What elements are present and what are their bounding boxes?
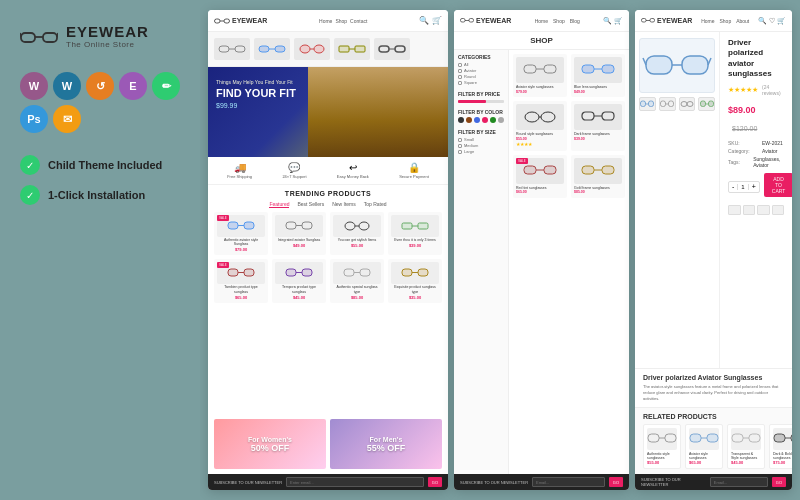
shop-product-3[interactable]: Round style sunglasses $55.00 ★★★★ bbox=[513, 101, 567, 151]
product-newsletter-input[interactable] bbox=[710, 477, 768, 487]
page-builder-icon: ✏ bbox=[152, 72, 180, 100]
cart-icon[interactable]: 🛒 bbox=[432, 16, 442, 25]
detail-nav-home[interactable]: Home bbox=[701, 18, 714, 24]
tab-toprated[interactable]: Top Rated bbox=[364, 201, 387, 208]
product-card-2[interactable]: Integrated aviator Sunglass $49.00 bbox=[272, 212, 326, 255]
category-thumb-3[interactable] bbox=[294, 38, 330, 60]
filter-size-m[interactable]: Medium bbox=[458, 143, 504, 148]
related-name-1: Authentic style sunglasses bbox=[647, 452, 677, 460]
shop-product-6[interactable]: Gold frame sunglasses $85.00 bbox=[571, 155, 625, 198]
hero-model-image bbox=[308, 67, 448, 157]
shop-product-4[interactable]: Dark frame sunglasses $39.00 bbox=[571, 101, 625, 151]
related-product-2[interactable]: Aviator style sunglasses $65.00 bbox=[685, 424, 723, 469]
category-thumb-2[interactable] bbox=[254, 38, 290, 60]
related-product-1[interactable]: Authentic style sunglasses $55.00 bbox=[643, 424, 681, 469]
color-black[interactable] bbox=[458, 117, 464, 123]
svg-line-74 bbox=[643, 58, 646, 65]
filter-cat-all[interactable]: All bbox=[458, 62, 504, 67]
detail-nav-about[interactable]: About bbox=[736, 18, 749, 24]
shop-product-1[interactable]: Aviator style sunglasses $79.00 bbox=[513, 54, 567, 97]
detail-nav-shop[interactable]: Shop bbox=[719, 18, 731, 24]
svg-point-15 bbox=[314, 45, 324, 53]
product-card-1[interactable]: SALE Authentic aviator style Sunglass $7… bbox=[214, 212, 268, 255]
color-brown[interactable] bbox=[466, 117, 472, 123]
product-detail-body: Driver polarized aviator sunglasses ★★★★… bbox=[635, 32, 792, 368]
quantity-minus[interactable]: - bbox=[729, 183, 737, 190]
product-thumb-detail-4[interactable] bbox=[698, 97, 715, 111]
tab-bestsellers[interactable]: Best Sellers bbox=[297, 201, 324, 208]
svg-rect-95 bbox=[749, 434, 760, 442]
product-tabs[interactable]: Featured Best Sellers New Items Top Rate… bbox=[214, 201, 442, 208]
tab-featured[interactable]: Featured bbox=[269, 201, 289, 208]
product-card-5[interactable]: SALE Tambien product type sunglass $65.0… bbox=[214, 259, 268, 302]
svg-rect-6 bbox=[224, 19, 230, 23]
product-newsletter-button[interactable]: GO bbox=[772, 477, 786, 487]
trending-title: TRENDING PRODUCTS bbox=[214, 190, 442, 197]
product-thumb-detail-3[interactable] bbox=[679, 97, 696, 111]
filter-size-l[interactable]: Large bbox=[458, 149, 504, 154]
related-img-4 bbox=[773, 428, 792, 450]
filter-cat-round[interactable]: Round bbox=[458, 74, 504, 79]
woocommerce-icon: W bbox=[20, 72, 48, 100]
shipping-label: Free Shipping bbox=[227, 174, 252, 179]
product-card-7[interactable]: Authentic special sunglass type $85.00 bbox=[330, 259, 384, 302]
product-card-3[interactable]: You can get stylish Items $55.00 bbox=[330, 212, 384, 255]
add-to-cart-button[interactable]: ADD TO CART bbox=[764, 173, 792, 197]
shop-title-bar: SHOP bbox=[454, 32, 629, 50]
shop-newsletter: SUBSCRIBE TO OUR NEWSLETTER GO bbox=[454, 474, 629, 490]
shop-nav-blog[interactable]: Blog bbox=[570, 18, 580, 24]
color-swatches[interactable] bbox=[458, 117, 504, 123]
svg-point-56 bbox=[525, 112, 539, 122]
detail-cart-icon[interactable]: 🛒 bbox=[777, 17, 786, 25]
product-price-4: $39.00 bbox=[409, 243, 421, 248]
product-card-4[interactable]: Even thou it is only 3 times $39.00 bbox=[388, 212, 442, 255]
filter-cat-square[interactable]: Square bbox=[458, 80, 504, 85]
detail-search-icon[interactable]: 🔍 bbox=[758, 17, 767, 25]
tab-new[interactable]: New Items bbox=[332, 201, 356, 208]
home-header: EYEWEAR Home Shop Contact 🔍 🛒 bbox=[208, 10, 448, 32]
shop-prod-price-2: $49.00 bbox=[574, 90, 622, 95]
payment-methods bbox=[728, 205, 784, 215]
sale-badge-5: SALE bbox=[217, 262, 229, 268]
related-img-2 bbox=[689, 428, 719, 450]
shop-nav-shop[interactable]: Shop bbox=[553, 18, 565, 24]
shop-product-2[interactable]: Blue lens sunglasses $49.00 bbox=[571, 54, 625, 97]
shop-cart-icon[interactable]: 🛒 bbox=[614, 17, 623, 25]
related-product-3[interactable]: Transparent & Style sunglasses $45.00 bbox=[727, 424, 765, 469]
category-thumb-1[interactable] bbox=[214, 38, 250, 60]
color-green[interactable] bbox=[490, 117, 496, 123]
product-thumb-detail-2[interactable] bbox=[659, 97, 676, 111]
svg-rect-77 bbox=[649, 101, 654, 107]
brand-name: EYEWEAR bbox=[66, 23, 149, 40]
product-price-1: $79.00 bbox=[235, 247, 247, 252]
category-scroll[interactable] bbox=[208, 32, 448, 67]
product-card-8[interactable]: Exquisite product sunglass type $35.00 bbox=[388, 259, 442, 302]
newsletter-input[interactable] bbox=[286, 477, 424, 487]
quantity-plus[interactable]: + bbox=[749, 183, 759, 190]
related-product-4[interactable]: Dark & Bold sunglasses $75.00 bbox=[769, 424, 792, 469]
svg-rect-54 bbox=[602, 65, 614, 73]
shop-nav-home[interactable]: Home bbox=[535, 18, 548, 24]
shop-products-grid: Aviator style sunglasses $79.00 Blue len… bbox=[513, 54, 625, 198]
category-thumb-5[interactable] bbox=[374, 38, 410, 60]
product-price-area: $89.00 $120.00 bbox=[728, 99, 784, 135]
quantity-control[interactable]: - 1 + bbox=[728, 181, 760, 193]
product-thumb-detail-1[interactable] bbox=[639, 97, 656, 111]
search-icon[interactable]: 🔍 bbox=[419, 16, 429, 25]
color-blue[interactable] bbox=[474, 117, 480, 123]
shop-newsletter-input[interactable] bbox=[532, 477, 605, 487]
product-main-image bbox=[639, 38, 715, 93]
product-card-6[interactable]: Tempora product type sunglass $45.00 bbox=[272, 259, 326, 302]
filter-cat-aviator[interactable]: Aviator bbox=[458, 68, 504, 73]
detail-wish-icon[interactable]: ♡ bbox=[769, 17, 775, 25]
color-pink[interactable] bbox=[482, 117, 488, 123]
newsletter-subscribe-button[interactable]: GO bbox=[428, 477, 442, 487]
filter-size-s[interactable]: Small bbox=[458, 137, 504, 142]
color-gray[interactable] bbox=[498, 117, 504, 123]
shop-product-5[interactable]: SALE Red tint sunglasses $65.00 bbox=[513, 155, 567, 198]
shop-newsletter-button[interactable]: GO bbox=[609, 477, 623, 487]
nav-home: Home bbox=[319, 18, 332, 24]
shop-search-icon[interactable]: 🔍 bbox=[603, 17, 612, 25]
category-thumb-4[interactable] bbox=[334, 38, 370, 60]
related-name-4: Dark & Bold sunglasses bbox=[773, 452, 792, 460]
